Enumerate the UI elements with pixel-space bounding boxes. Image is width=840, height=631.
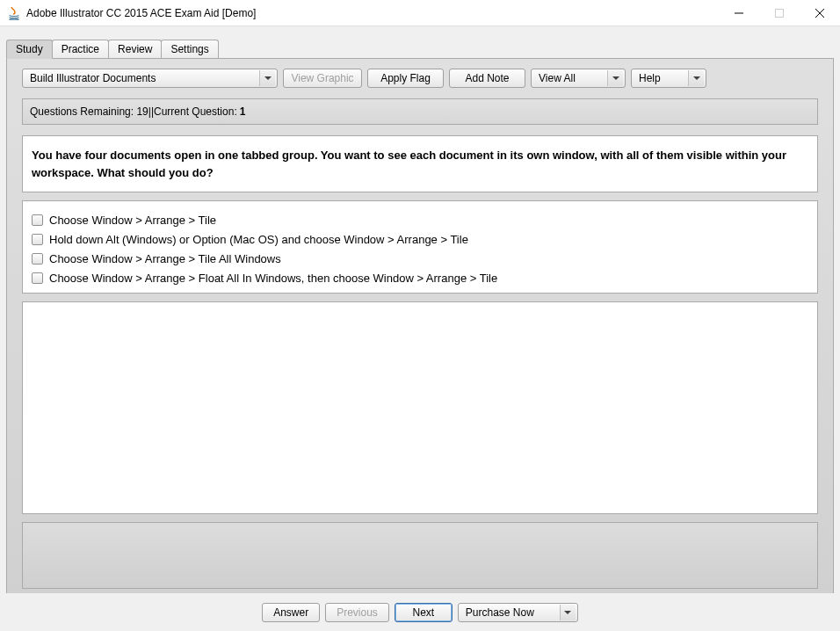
answer-label: Hold down Alt (Windows) or Option (Mac O…: [49, 233, 468, 246]
chevron-down-icon: [607, 70, 623, 86]
answer-label: Choose Window > Arrange > Float All In W…: [49, 272, 497, 285]
close-button[interactable]: [800, 0, 840, 26]
chevron-down-icon: [688, 70, 704, 86]
previous-button: Previous: [325, 603, 389, 622]
checkbox-icon[interactable]: [32, 272, 43, 284]
checkbox-icon[interactable]: [32, 214, 43, 226]
notes-panel: [22, 522, 818, 589]
help-dropdown[interactable]: Help: [631, 69, 706, 88]
view-filter-dropdown[interactable]: View All: [531, 69, 626, 88]
help-value: Help: [639, 72, 661, 84]
client-area: Study Practice Review Settings Build Ill…: [0, 26, 840, 631]
add-note-button[interactable]: Add Note: [449, 69, 525, 88]
minimize-button[interactable]: [719, 0, 759, 26]
purchase-value: Purchase Now: [466, 606, 534, 619]
answer-label: Choose Window > Arrange > Tile: [49, 214, 216, 227]
answer-option[interactable]: Hold down Alt (Windows) or Option (Mac O…: [32, 229, 808, 249]
study-panel: Build Illustrator Documents View Graphic…: [6, 58, 834, 601]
view-graphic-button: View Graphic: [283, 69, 362, 88]
status-strip: Questions Remaining: 19 || Current Quest…: [22, 98, 818, 125]
tab-strip: Study Practice Review Settings: [6, 40, 834, 58]
topic-value: Build Illustrator Documents: [30, 72, 156, 84]
answer-option[interactable]: Choose Window > Arrange > Float All In W…: [32, 268, 808, 287]
chevron-down-icon: [560, 605, 576, 620]
answers-box: Choose Window > Arrange > Tile Hold down…: [22, 200, 818, 294]
title-bar: Adobe Illustrator CC 2015 ACE Exam Aid […: [0, 0, 840, 26]
answer-label: Choose Window > Arrange > Tile All Windo…: [49, 252, 281, 265]
current-label: Current Question:: [154, 105, 237, 118]
answer-option[interactable]: Choose Window > Arrange > Tile: [32, 210, 808, 229]
java-icon: [7, 6, 21, 20]
tab-study[interactable]: Study: [6, 40, 53, 59]
explanation-panel: [22, 301, 818, 514]
answer-button[interactable]: Answer: [262, 603, 320, 622]
apply-flag-button[interactable]: Apply Flag: [367, 69, 444, 88]
question-text: You have four documents open in one tabb…: [22, 135, 818, 192]
next-button[interactable]: Next: [395, 603, 453, 622]
tab-review[interactable]: Review: [108, 40, 162, 58]
purchase-dropdown[interactable]: Purchase Now: [458, 603, 578, 622]
answer-option[interactable]: Choose Window > Arrange > Tile All Windo…: [32, 249, 808, 268]
tab-settings[interactable]: Settings: [161, 40, 218, 58]
toolbar: Build Illustrator Documents View Graphic…: [22, 69, 818, 88]
current-value: 1: [240, 105, 246, 118]
tab-practice[interactable]: Practice: [52, 40, 109, 58]
checkbox-icon[interactable]: [32, 234, 43, 245]
window-title: Adobe Illustrator CC 2015 ACE Exam Aid […: [26, 7, 719, 19]
svg-point-0: [10, 18, 19, 20]
view-filter-value: View All: [539, 72, 576, 84]
maximize-button: [759, 0, 800, 26]
topic-dropdown[interactable]: Build Illustrator Documents: [22, 69, 278, 88]
remaining-label: Questions Remaining:: [30, 105, 134, 118]
checkbox-icon[interactable]: [32, 253, 43, 265]
chevron-down-icon: [259, 70, 275, 86]
remaining-value: 19: [136, 105, 148, 118]
svg-rect-2: [776, 9, 784, 17]
bottom-bar: Answer Previous Next Purchase Now: [0, 593, 840, 631]
